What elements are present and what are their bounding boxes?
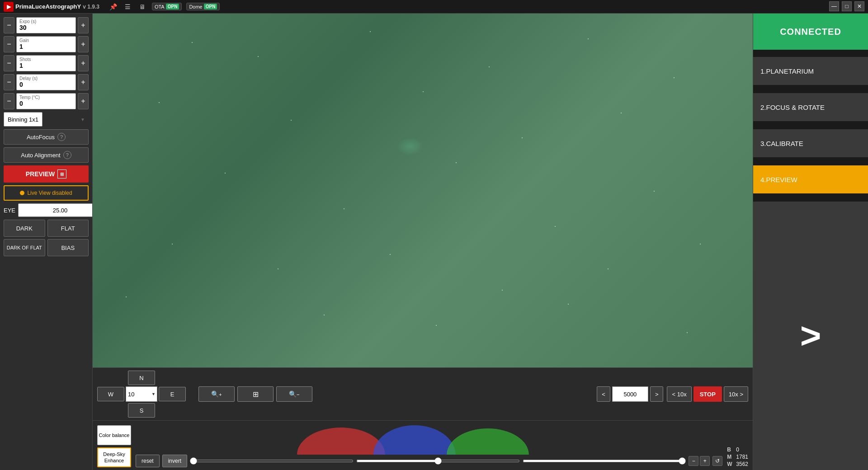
step-prev-button[interactable]: < (597, 386, 610, 402)
focus-rotate-button[interactable]: 2.FOCUS & ROTATE (753, 93, 868, 122)
temp-row: − Temp (°C) 0 + (4, 93, 89, 109)
zoom-in-button[interactable]: 🔍+ (198, 386, 235, 402)
rp-separator-3 (753, 122, 868, 129)
pin-icon[interactable]: 📌 (108, 2, 118, 12)
auto-alignment-help-icon[interactable]: ? (63, 151, 71, 159)
autofocus-label: AutoFocus (27, 134, 55, 141)
histogram-black-slider[interactable] (190, 460, 354, 462)
dark-of-flat-button[interactable]: DARK OF FLAT (4, 239, 45, 256)
rp-separator-2 (753, 86, 868, 93)
invert-button[interactable]: invert (162, 455, 187, 467)
preview-label: PREVIEW (26, 170, 55, 178)
planetarium-button[interactable]: 1.PLANETARIUM (753, 57, 868, 86)
main-layout: − Expo (s) 30 + − Gain 1 + − Shots 1 + (0, 14, 868, 470)
temp-value: 0 (19, 100, 73, 108)
preview-button[interactable]: PREVIEW ⊞ (4, 165, 89, 183)
svg-point-1 (373, 425, 456, 455)
shots-value: 1 (19, 62, 73, 70)
temp-minus-button[interactable]: − (4, 93, 14, 109)
shots-minus-button[interactable]: − (4, 55, 14, 71)
dark-button[interactable]: DARK (4, 220, 45, 237)
histogram-minus-button[interactable]: − (689, 456, 698, 466)
delay-box: Delay (s) 0 (16, 74, 76, 90)
step-10x-controls: < 10x STOP 10x > (667, 386, 748, 402)
ota-button[interactable]: OTA OPN (152, 3, 182, 10)
histogram-plus-button[interactable]: + (700, 456, 710, 466)
right-panel: CONNECTED 1.PLANETARIUM 2.FOCUS & ROTATE… (753, 14, 868, 470)
preview-nav-button[interactable]: 4.PREVIEW (753, 165, 868, 194)
autofocus-button[interactable]: AutoFocus ? (4, 129, 89, 145)
svg-point-2 (447, 428, 529, 455)
sliders-icon[interactable]: ☰ (123, 2, 133, 12)
reset-button[interactable]: reset (136, 455, 160, 467)
titlebar: ▶ PrimaLuceAstrographY v 1.9.3 📌 ☰ 🖥 OTA… (0, 0, 868, 14)
zoom-fit-button[interactable]: ⊞ (237, 386, 274, 402)
gain-label: Gain (19, 38, 73, 43)
gain-minus-button[interactable]: − (4, 36, 14, 52)
liveview-button[interactable]: Live View disabled (4, 185, 89, 201)
deep-sky-enhance-button[interactable]: Deep-Sky Enhance (97, 447, 131, 467)
nav-speed-select[interactable]: 10 1 5 20 (126, 386, 157, 402)
close-button[interactable]: ✕ (854, 1, 864, 11)
minimize-button[interactable]: — (829, 1, 839, 11)
eye-input[interactable] (18, 203, 93, 217)
flat-button[interactable]: FLAT (47, 220, 89, 237)
autofocus-help-icon[interactable]: ? (57, 133, 66, 141)
calibration-grid: DARK FLAT DARK OF FLAT BIAS (4, 220, 89, 256)
nav-south-button[interactable]: S (128, 403, 155, 418)
expo-box: Expo (s) 30 (16, 17, 76, 33)
app-logo: ▶ PrimaLuceAstrographY v 1.9.3 (4, 2, 99, 12)
binning-select[interactable]: Binning 1x1 Binning 2x2 Binning 3x3 Binn… (4, 112, 42, 127)
expo-minus-button[interactable]: − (4, 17, 14, 33)
rp-separator-5 (753, 194, 868, 202)
expo-plus-button[interactable]: + (78, 17, 89, 33)
histogram-white-slider[interactable] (523, 460, 686, 462)
stop-button[interactable]: STOP (693, 386, 722, 402)
m-value: 1781 (736, 454, 748, 460)
step-10x-next-button[interactable]: 10x > (724, 386, 748, 402)
bias-button[interactable]: BIAS (47, 239, 89, 256)
delay-row: − Delay (s) 0 + (4, 74, 89, 90)
m-label: M (727, 454, 734, 460)
temp-plus-button[interactable]: + (78, 93, 89, 109)
shots-box: Shots 1 (16, 55, 76, 71)
shots-plus-button[interactable]: + (78, 55, 89, 71)
calibrate-button[interactable]: 3.CALIBRATE (753, 129, 868, 158)
color-balance-button[interactable]: Color balance (97, 425, 131, 445)
nav-north-button[interactable]: N (128, 371, 155, 385)
auto-alignment-label: Auto Alignment (21, 152, 60, 159)
step-next-button[interactable]: > (650, 386, 664, 402)
monitor-icon[interactable]: 🖥 (137, 2, 147, 12)
reset-invert-row: reset invert − + ↺ (136, 455, 722, 467)
dome-button[interactable]: Dome OPN (186, 3, 220, 10)
calibrate-label: 3.CALIBRATE (760, 140, 803, 147)
arrow-area[interactable]: > (753, 202, 868, 470)
nav-east-button[interactable]: E (159, 387, 186, 401)
rp-separator-4 (753, 158, 868, 165)
connected-button[interactable]: CONNECTED (753, 14, 868, 50)
w-value: 3562 (736, 461, 748, 467)
delay-value: 0 (19, 81, 73, 89)
dome-status: OPN (204, 4, 217, 9)
histogram-refresh-button[interactable]: ↺ (712, 456, 722, 466)
step-value-input[interactable] (612, 386, 648, 402)
nav-controls: N W 10 1 5 20 E S (97, 371, 186, 418)
temp-box: Temp (°C) 0 (16, 93, 76, 109)
expo-label: Expo (s) (19, 19, 73, 24)
dome-label: Dome (189, 4, 202, 9)
step-10x-prev-button[interactable]: < 10x (667, 386, 691, 402)
zoom-out-button[interactable]: 🔍− (276, 386, 312, 402)
delay-plus-button[interactable]: + (78, 74, 89, 90)
gain-row: − Gain 1 + (4, 36, 89, 52)
eye-label: EYE (4, 207, 15, 214)
gain-value: 1 (19, 43, 73, 51)
preview-nav-label: 4.PREVIEW (760, 176, 797, 183)
histogram-bmw: B 0 M 1781 W 3562 (727, 446, 748, 467)
maximize-button[interactable]: □ (842, 1, 852, 11)
delay-minus-button[interactable]: − (4, 74, 14, 90)
eye-row: EYE (4, 203, 89, 217)
auto-alignment-button[interactable]: Auto Alignment ? (4, 147, 89, 163)
gain-plus-button[interactable]: + (78, 36, 89, 52)
histogram-mid-slider[interactable] (356, 460, 520, 462)
nav-west-button[interactable]: W (97, 387, 124, 401)
